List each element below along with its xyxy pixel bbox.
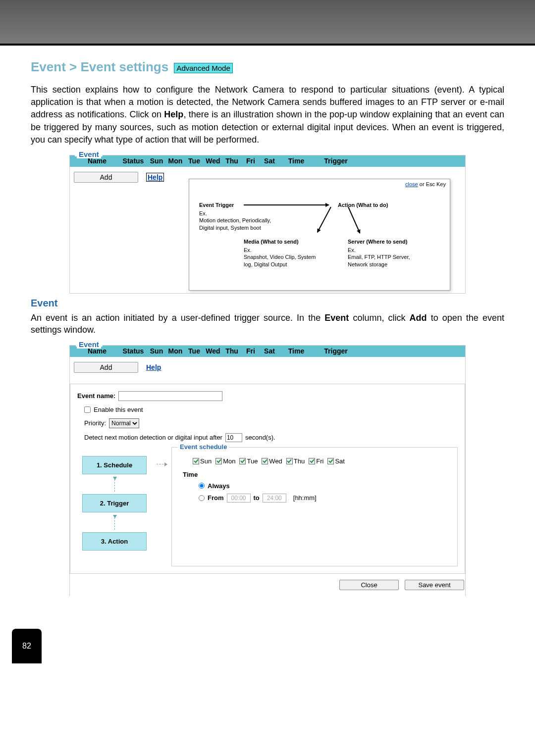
- check-icon: [327, 458, 334, 464]
- col-time: Time: [279, 157, 314, 165]
- from-time-input[interactable]: [227, 494, 251, 503]
- check-icon: [286, 458, 293, 464]
- diagram-server-example: Ex. Email, FTP, HTTP Server, Network sto…: [348, 247, 410, 268]
- days-row: Sun Mon Tue Wed Thu Fri Sat: [193, 457, 450, 465]
- time-from-row: From to [hh:mm]: [199, 494, 450, 503]
- check-icon: [215, 458, 222, 464]
- settings-actions-row: Add Help: [70, 357, 465, 378]
- scol-sat: Sat: [260, 347, 279, 355]
- to-time-input[interactable]: [263, 494, 286, 503]
- close-button[interactable]: Close: [339, 580, 399, 590]
- settings-add-button[interactable]: Add: [74, 362, 138, 373]
- check-icon: [239, 458, 246, 464]
- from-label: From: [208, 494, 224, 502]
- hhmm-label: [hh:mm]: [293, 494, 317, 502]
- always-radio[interactable]: [199, 483, 205, 489]
- detect-prefix: Detect next motion detection or digital …: [84, 434, 222, 441]
- detect-row: Detect next motion detection or digital …: [84, 433, 458, 442]
- arrow-diag1-icon: [317, 206, 331, 232]
- from-radio[interactable]: [199, 495, 205, 501]
- col-wed: Wed: [204, 157, 222, 165]
- top-gradient-bar: [0, 0, 535, 46]
- steps-and-schedule: 1. Schedule 2. Trigger 3. Action Event s…: [77, 447, 458, 566]
- mode-badge: Advanced Mode: [174, 63, 232, 73]
- day-fri[interactable]: Fri: [309, 457, 323, 465]
- col-sat: Sat: [260, 157, 279, 165]
- day-thu[interactable]: Thu: [286, 457, 305, 465]
- event-schedule-box: Event schedule Sun Mon Tue Wed Thu Fri S…: [171, 447, 458, 566]
- help-link[interactable]: Help: [146, 173, 164, 182]
- day-mon[interactable]: Mon: [215, 457, 235, 465]
- event-name-label: Event name:: [77, 392, 115, 400]
- priority-label: Priority:: [84, 419, 106, 427]
- time-always-row: Always: [199, 482, 450, 490]
- scol-tue: Tue: [185, 347, 204, 355]
- save-event-button[interactable]: Save event: [405, 580, 464, 590]
- arrow-diag2-icon: [348, 207, 360, 234]
- step-link-2: [114, 512, 115, 532]
- day-wed[interactable]: Wed: [262, 457, 282, 465]
- day-sat[interactable]: Sat: [327, 457, 345, 465]
- popup-close-link[interactable]: close: [405, 181, 418, 187]
- settings-table-header: Name Status Sun Mon Tue Wed Thu Fri Sat …: [70, 345, 465, 357]
- title-text: Event > Event settings: [31, 59, 168, 74]
- time-label: Time: [183, 471, 450, 478]
- popup-close-suffix: or Esc Key: [418, 181, 446, 187]
- check-icon: [193, 458, 199, 464]
- settings-legend: Event: [77, 340, 101, 349]
- scol-wed: Wed: [204, 347, 222, 355]
- to-label: to: [254, 494, 260, 502]
- settings-help-link[interactable]: Help: [146, 363, 161, 371]
- day-sun[interactable]: Sun: [193, 457, 212, 465]
- diagram-server-label: Server (Where to send): [348, 239, 407, 245]
- diagram-action-label: Action (What to do): [338, 202, 388, 208]
- diagram-trigger-example: Ex. Motion detection, Periodically, Digi…: [199, 210, 271, 231]
- scol-time: Time: [279, 347, 314, 355]
- col-mon: Mon: [166, 157, 185, 165]
- add-button[interactable]: Add: [74, 172, 138, 183]
- settings-footer: Close Save event: [70, 578, 465, 590]
- event-section-heading: Event: [31, 298, 504, 309]
- col-trigger: Trigger: [314, 157, 358, 165]
- intro-paragraph: This section explains how to configure t…: [31, 84, 504, 146]
- event-name-input[interactable]: [118, 391, 222, 401]
- step-trigger[interactable]: 2. Trigger: [82, 494, 147, 512]
- step-action[interactable]: 3. Action: [82, 532, 147, 551]
- page-number: 82: [12, 629, 42, 663]
- col-thu: Thu: [222, 157, 241, 165]
- scol-sun: Sun: [147, 347, 166, 355]
- detect-seconds-input[interactable]: [225, 433, 242, 442]
- arrow-h-icon: [244, 204, 329, 205]
- scol-fri: Fri: [241, 347, 260, 355]
- diagram-media-label: Media (What to send): [244, 239, 299, 245]
- event-table-header: Name Status Sun Mon Tue Wed Thu Fri Sat …: [70, 155, 465, 167]
- event-panel-top: Event Name Status Sun Mon Tue Wed Thu Fr…: [69, 155, 466, 294]
- enable-event-checkbox[interactable]: [84, 406, 91, 413]
- event-section-text: An event is an action initiated by a use…: [31, 312, 504, 336]
- event-settings-panel: Event Name Status Sun Mon Tue Wed Thu Fr…: [69, 345, 466, 596]
- diagram-media-example: Ex. Snapshot, Video Clip, System log, Di…: [244, 247, 316, 268]
- event-panel-legend: Event: [77, 150, 101, 158]
- priority-select[interactable]: Normal: [109, 418, 139, 428]
- col-status: Status: [119, 157, 147, 165]
- scol-mon: Mon: [166, 347, 185, 355]
- col-tue: Tue: [185, 157, 204, 165]
- help-popup: close or Esc Key Event Trigger Ex. Motio…: [189, 179, 450, 291]
- steps-column: 1. Schedule 2. Trigger 3. Action: [77, 447, 152, 551]
- detect-suffix: second(s).: [245, 434, 275, 441]
- event-name-row: Event name:: [77, 391, 458, 401]
- help-diagram: Event Trigger Ex. Motion detection, Peri…: [189, 189, 450, 278]
- priority-row: Priority: Normal: [84, 418, 458, 428]
- always-label: Always: [208, 482, 230, 490]
- col-sun: Sun: [147, 157, 166, 165]
- col-fri: Fri: [241, 157, 260, 165]
- check-icon: [309, 458, 315, 464]
- pointer-line-icon: [157, 447, 166, 464]
- enable-event-row: Enable this event: [84, 406, 458, 413]
- scol-thu: Thu: [222, 347, 241, 355]
- diagram-trigger-label: Event Trigger: [199, 202, 234, 208]
- day-tue[interactable]: Tue: [239, 457, 258, 465]
- enable-event-label: Enable this event: [94, 406, 143, 413]
- step-schedule[interactable]: 1. Schedule: [82, 456, 147, 474]
- popup-close-row: close or Esc Key: [189, 179, 450, 189]
